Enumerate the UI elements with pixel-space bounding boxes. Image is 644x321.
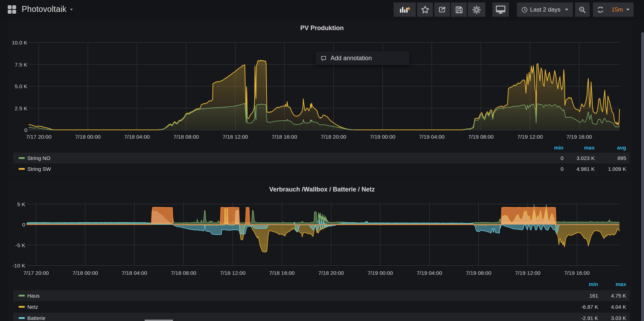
- svg-text:-10 K: -10 K: [12, 263, 26, 268]
- svg-text:7/19 08:00: 7/19 08:00: [466, 270, 491, 276]
- svg-text:7/19 04:00: 7/19 04:00: [419, 134, 445, 140]
- svg-text:7/19 04:00: 7/19 04:00: [417, 270, 442, 276]
- svg-text:7/18 00:00: 7/18 00:00: [72, 270, 98, 276]
- svg-text:0: 0: [24, 127, 27, 133]
- svg-text:7/19 12:00: 7/19 12:00: [515, 270, 541, 276]
- svg-text:7/19 12:00: 7/19 12:00: [517, 134, 543, 140]
- svg-text:7/18 20:00: 7/18 20:00: [321, 134, 346, 140]
- svg-text:7/18 00:00: 7/18 00:00: [75, 134, 101, 140]
- svg-text:-5 K: -5 K: [15, 242, 26, 248]
- svg-text:7/18 08:00: 7/18 08:00: [173, 134, 199, 140]
- svg-text:7/19 16:00: 7/19 16:00: [567, 134, 592, 140]
- svg-text:5 K: 5 K: [17, 201, 26, 207]
- svg-text:5.0 K: 5.0 K: [15, 83, 28, 89]
- svg-text:7.5 K: 7.5 K: [15, 62, 28, 68]
- svg-text:7/18 16:00: 7/18 16:00: [272, 134, 297, 140]
- svg-text:0: 0: [22, 222, 25, 228]
- svg-text:7/19 08:00: 7/19 08:00: [468, 134, 494, 140]
- svg-text:7/18 08:00: 7/18 08:00: [171, 270, 196, 276]
- svg-text:7/18 20:00: 7/18 20:00: [318, 270, 344, 276]
- svg-text:2.5 K: 2.5 K: [15, 105, 28, 111]
- svg-text:7/19 00:00: 7/19 00:00: [367, 270, 393, 276]
- svg-text:7/17 20:00: 7/17 20:00: [23, 270, 49, 276]
- svg-text:7/18 12:00: 7/18 12:00: [222, 134, 248, 140]
- svg-text:7/19 16:00: 7/19 16:00: [564, 270, 590, 276]
- svg-text:7/18 04:00: 7/18 04:00: [124, 134, 150, 140]
- svg-text:10.0 K: 10.0 K: [12, 40, 28, 46]
- svg-text:7/18 12:00: 7/18 12:00: [220, 270, 245, 276]
- svg-text:7/17 20:00: 7/17 20:00: [26, 134, 51, 140]
- svg-text:7/18 04:00: 7/18 04:00: [122, 270, 147, 276]
- svg-text:7/18 16:00: 7/18 16:00: [269, 270, 295, 276]
- svg-text:7/19 00:00: 7/19 00:00: [370, 134, 395, 140]
